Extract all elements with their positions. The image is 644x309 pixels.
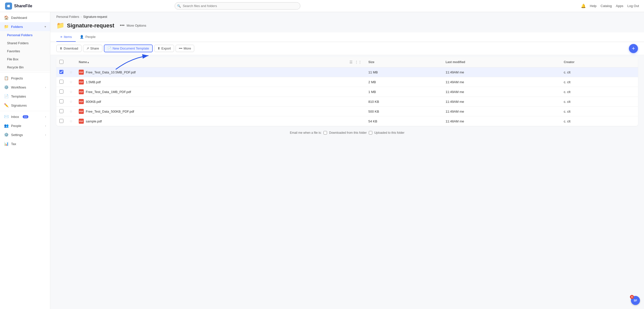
breadcrumb: Personal Folders › Signature-request xyxy=(50,12,644,20)
col-controls: ☰ ⋮⋮ xyxy=(349,60,362,65)
sidebar-item-inbox[interactable]: ✉️ Inbox 11 › xyxy=(0,112,50,121)
add-button[interactable]: + xyxy=(629,44,638,53)
row-modified-1: 11:49AM me xyxy=(442,77,561,87)
table-row: ☆ PDF Free_Test_Data_10.5MB_PDF.pdf 11 M… xyxy=(56,67,638,77)
row-size-5: 54 KB xyxy=(365,116,442,126)
folder-options[interactable]: ••• More Options xyxy=(119,22,146,29)
file-table: Name ▲ ☰ ⋮⋮ Size Last modified Creator xyxy=(56,57,638,126)
row-checkbox-cell xyxy=(56,67,66,77)
downloaded-label: Downloaded from this folder xyxy=(329,131,367,135)
row-name-cell: PDF Free_Test_Data_10.5MB_PDF.pdf xyxy=(76,67,365,77)
star-header xyxy=(66,57,76,67)
row-name-cell: PDF 1.5MB.pdf xyxy=(76,77,365,87)
row-creator-5: c. clt xyxy=(561,116,638,126)
sidebar-item-workflows[interactable]: ⚙️ Workflows › xyxy=(0,83,50,92)
tab-items[interactable]: ≡ Items xyxy=(56,32,76,42)
col-resize-icon[interactable]: ⋮⋮ xyxy=(354,60,362,65)
sidebar-item-personal-folders[interactable]: Personal Folders xyxy=(0,31,50,39)
file-name-4[interactable]: Free_Test_Data_500KB_PDF.pdf xyxy=(86,110,134,113)
sidebar-item-file-box[interactable]: File Box xyxy=(0,55,50,63)
export-button[interactable]: ⬆ Export xyxy=(154,45,174,52)
app-name: ShareFile xyxy=(14,4,32,8)
row-size-1: 2 MB xyxy=(365,77,442,87)
row-name-cell: PDF 800KB.pdf xyxy=(76,97,365,107)
star-icon-5[interactable]: ☆ xyxy=(69,119,73,123)
star-icon-3[interactable]: ☆ xyxy=(69,100,73,104)
row-star-cell: ☆ xyxy=(66,97,76,107)
new-doc-icon: 📄 xyxy=(107,47,111,50)
sidebar-label-workflows: Workflows xyxy=(11,85,26,89)
star-icon-1[interactable]: ☆ xyxy=(69,80,73,84)
row-checkbox-3[interactable] xyxy=(59,99,63,103)
notification-bell[interactable]: 🔔 xyxy=(581,4,586,8)
settings-icon: ⚙️ xyxy=(4,133,9,137)
col-menu-icon[interactable]: ☰ xyxy=(349,60,353,65)
search-input[interactable] xyxy=(175,2,300,10)
file-name-5[interactable]: sample.pdf xyxy=(86,119,102,123)
catalog-link[interactable]: Catalog xyxy=(600,4,612,8)
file-name-0[interactable]: Free_Test_Data_10.5MB_PDF.pdf xyxy=(86,70,136,74)
sidebar-item-templates[interactable]: 📄 Templates xyxy=(0,92,50,101)
more-button[interactable]: ••• More xyxy=(176,45,194,52)
settings-chevron-icon: › xyxy=(45,133,46,136)
file-box-label: File Box xyxy=(7,58,18,61)
row-checkbox-4[interactable] xyxy=(59,109,63,113)
file-name-3[interactable]: 800KB.pdf xyxy=(86,100,101,104)
sidebar-item-signatures[interactable]: ✏️ Signatures xyxy=(0,101,50,110)
share-label: Share xyxy=(90,47,99,50)
sidebar-item-people[interactable]: 👥 People › xyxy=(0,121,50,130)
apps-link[interactable]: Apps xyxy=(616,4,623,8)
sidebar-item-shared-folders[interactable]: Shared Folders xyxy=(0,39,50,47)
people-icon: 👥 xyxy=(4,123,9,128)
file-name-2[interactable]: Free_Test_Data_1MB_PDF.pdf xyxy=(86,90,131,94)
sidebar-item-settings[interactable]: ⚙️ Settings › xyxy=(0,130,50,139)
download-label: Download xyxy=(64,47,78,50)
export-label: Export xyxy=(162,47,171,50)
tab-items-icon: ≡ xyxy=(60,35,62,39)
row-modified-2: 11:49AM me xyxy=(442,87,561,97)
pdf-icon-1: PDF xyxy=(79,79,84,84)
share-icon: ↗ xyxy=(86,47,89,50)
file-table-wrapper: Name ▲ ☰ ⋮⋮ Size Last modified Creator xyxy=(50,57,644,146)
uploaded-checkbox[interactable] xyxy=(369,131,372,135)
sidebar-item-tax[interactable]: 📊 Tax xyxy=(0,139,50,148)
row-checkbox-5[interactable] xyxy=(59,119,63,123)
select-all-checkbox[interactable] xyxy=(59,60,63,64)
sidebar-item-projects[interactable]: 📋 Projects xyxy=(0,74,50,83)
tab-people[interactable]: 👤 People xyxy=(76,32,99,42)
sidebar: 🏠 Dashboard 📁 Folders ▾ Personal Folders… xyxy=(0,12,50,309)
pdf-icon-2: PDF xyxy=(79,89,84,94)
more-options-dots[interactable]: ••• xyxy=(119,22,126,29)
sidebar-item-favorites[interactable]: Favorites xyxy=(0,47,50,55)
user-avatar[interactable]: 9 SF xyxy=(631,296,640,305)
file-name-1[interactable]: 1.5MB.pdf xyxy=(86,80,101,84)
sidebar-sub-folders: Personal Folders Shared Folders Favorite… xyxy=(0,31,50,71)
row-checkbox-2[interactable] xyxy=(59,90,63,94)
breadcrumb-parent[interactable]: Personal Folders xyxy=(56,15,79,19)
chevron-right-icon: › xyxy=(45,86,46,89)
logout-link[interactable]: Log Out xyxy=(627,4,639,8)
people-chevron-icon: › xyxy=(45,124,46,127)
downloaded-checkbox[interactable] xyxy=(324,131,327,135)
help-link[interactable]: Help xyxy=(590,4,597,8)
sidebar-item-folders[interactable]: 📁 Folders ▾ xyxy=(0,22,50,31)
tab-people-icon: 👤 xyxy=(80,35,84,39)
star-icon-4[interactable]: ☆ xyxy=(69,109,73,113)
row-checkbox-0[interactable] xyxy=(59,70,63,74)
download-button[interactable]: ⬇ Download xyxy=(56,45,82,52)
select-all-header xyxy=(56,57,66,67)
star-icon-2[interactable]: ☆ xyxy=(69,90,73,94)
row-checkbox-1[interactable] xyxy=(59,80,63,84)
personal-folders-label: Personal Folders xyxy=(7,33,32,37)
share-button[interactable]: ↗ Share xyxy=(83,45,102,52)
sidebar-label-templates: Templates xyxy=(11,95,26,98)
app-logo[interactable]: ShareFile xyxy=(5,3,32,10)
sidebar-main-section: 🏠 Dashboard 📁 Folders ▾ Personal Folders… xyxy=(0,12,50,149)
name-header[interactable]: Name ▲ ☰ ⋮⋮ xyxy=(76,57,365,67)
table-row: ☆ PDF 1.5MB.pdf 2 MB 11:49AM me c. clt xyxy=(56,77,638,87)
main-content: Personal Folders › Signature-request 📁 S… xyxy=(50,12,644,309)
sidebar-item-dashboard[interactable]: 🏠 Dashboard xyxy=(0,13,50,22)
star-icon-0[interactable]: ☆ xyxy=(69,70,73,74)
new-document-template-button[interactable]: 📄 New Document Template xyxy=(104,45,153,52)
sidebar-item-recycle-bin[interactable]: Recycle Bin xyxy=(0,63,50,71)
